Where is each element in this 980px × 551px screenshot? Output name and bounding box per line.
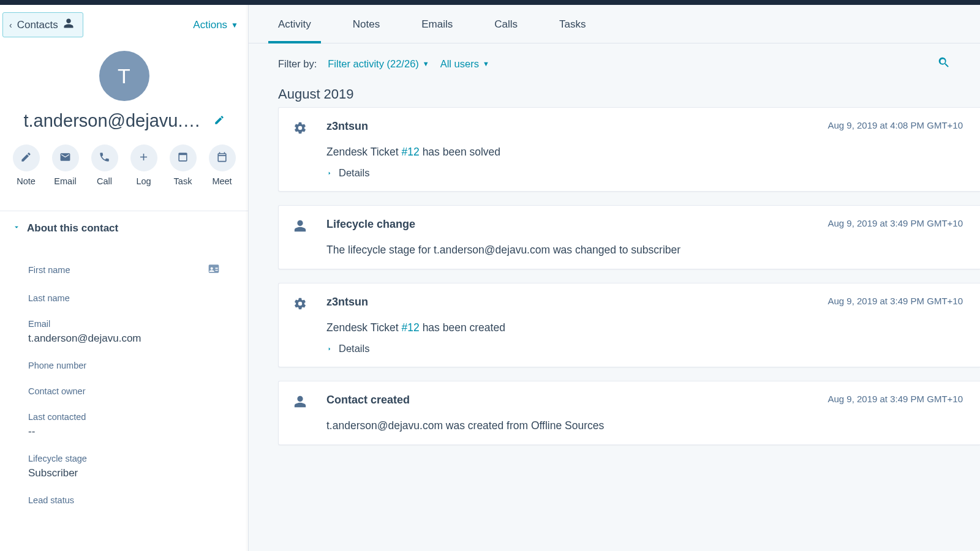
- qa-email-label: Email: [54, 176, 76, 186]
- last-name-label: Last name: [28, 293, 220, 303]
- tab-tasks[interactable]: Tasks: [559, 5, 586, 43]
- qa-call-label: Call: [97, 176, 112, 186]
- last-contacted-label: Last contacted: [28, 412, 220, 422]
- avatar-initial: T: [118, 64, 130, 88]
- owner-label: Contact owner: [28, 386, 220, 396]
- person-icon: [293, 218, 315, 235]
- actions-label: Actions: [193, 19, 227, 31]
- qa-log-button[interactable]: Log: [130, 144, 157, 186]
- filter-label: Filter by:: [278, 58, 317, 70]
- qa-log-label: Log: [136, 176, 151, 186]
- activity-card: z3ntsunAug 9, 2019 at 3:49 PM GMT+10Zend…: [278, 283, 980, 367]
- contact-sidebar: ‹ Contacts Actions ▼ T t.anderson@dejavu…: [0, 5, 249, 551]
- qa-email-button[interactable]: Email: [52, 144, 79, 186]
- lifecycle-value: Subscriber: [28, 467, 220, 479]
- avatar: T: [99, 51, 149, 101]
- field-phone[interactable]: Phone number: [28, 361, 220, 370]
- activity-card-timestamp: Aug 9, 2019 at 4:08 PM GMT+10: [827, 120, 963, 130]
- details-label: Details: [339, 343, 369, 354]
- note-icon: [20, 151, 32, 165]
- activity-card-title: Lifecycle change: [326, 218, 816, 231]
- search-button[interactable]: [937, 56, 951, 72]
- activity-card-body: The lifecycle stage for t.anderson@dejav…: [326, 244, 963, 257]
- tab-emails[interactable]: Emails: [421, 5, 453, 43]
- field-lifecycle[interactable]: Lifecycle stage Subscriber: [28, 454, 220, 479]
- activity-card-body: t.anderson@dejavu.com was created from O…: [326, 419, 963, 432]
- actions-dropdown[interactable]: Actions ▼: [193, 19, 238, 31]
- activity-card-title: z3ntsun: [326, 120, 816, 133]
- about-section-toggle[interactable]: About this contact: [0, 211, 248, 238]
- field-owner[interactable]: Contact owner: [28, 386, 220, 396]
- qa-task-button[interactable]: Task: [170, 144, 197, 186]
- plus-icon: [138, 151, 149, 165]
- app-root: ‹ Contacts Actions ▼ T t.anderson@dejavu…: [0, 5, 980, 551]
- field-email[interactable]: Email t.anderson@dejavu.com: [28, 319, 220, 345]
- lifecycle-label: Lifecycle stage: [28, 454, 220, 463]
- first-name-label: First name: [28, 265, 70, 275]
- tab-calls[interactable]: Calls: [494, 5, 518, 43]
- email-icon: [59, 151, 71, 165]
- edit-name-button[interactable]: [214, 114, 225, 128]
- main-panel: Activity Notes Emails Calls Tasks Filter…: [249, 5, 980, 551]
- calendar-icon: [216, 151, 228, 165]
- details-toggle[interactable]: Details: [326, 167, 963, 179]
- back-label: Contacts: [17, 19, 58, 31]
- qa-meet-button[interactable]: Meet: [209, 144, 236, 186]
- last-contacted-value: --: [28, 425, 220, 438]
- qa-note-label: Note: [17, 176, 36, 186]
- qa-meet-label: Meet: [212, 176, 232, 186]
- phone-label: Phone number: [28, 361, 220, 370]
- activity-card-body: Zendesk Ticket #12 has been created: [326, 321, 963, 334]
- about-section-title: About this contact: [27, 222, 118, 234]
- filter-activity-dropdown[interactable]: Filter activity (22/26) ▼: [328, 58, 429, 70]
- field-first-name[interactable]: First name: [28, 263, 220, 277]
- gear-icon: [293, 296, 315, 313]
- app-topbar: [0, 0, 980, 5]
- record-tabs: Activity Notes Emails Calls Tasks: [249, 5, 980, 43]
- back-to-contacts-button[interactable]: ‹ Contacts: [2, 12, 83, 37]
- quick-actions: Note Email Call Log Task: [10, 144, 238, 200]
- chevron-down-icon: [12, 223, 21, 234]
- tab-activity[interactable]: Activity: [278, 5, 311, 43]
- ticket-link[interactable]: #12: [402, 321, 420, 334]
- activity-card: Contact createdAug 9, 2019 at 3:49 PM GM…: [278, 381, 980, 445]
- email-value: t.anderson@dejavu.com: [28, 332, 220, 345]
- chevron-left-icon: ‹: [9, 20, 12, 30]
- qa-note-button[interactable]: Note: [13, 144, 40, 186]
- field-lead-status[interactable]: Lead status: [28, 495, 220, 505]
- activity-card-body: Zendesk Ticket #12 has been solved: [326, 146, 963, 159]
- qa-call-button[interactable]: Call: [91, 144, 118, 186]
- filter-users-dropdown[interactable]: All users ▼: [440, 58, 489, 70]
- call-icon: [99, 151, 110, 165]
- caret-down-icon: ▼: [483, 60, 489, 67]
- month-heading: August 2019: [249, 78, 980, 107]
- details-toggle[interactable]: Details: [326, 343, 963, 354]
- email-label: Email: [28, 319, 220, 329]
- activity-card-title: Contact created: [326, 394, 816, 407]
- caret-down-icon: ▼: [231, 21, 238, 29]
- contact-card-icon[interactable]: [208, 263, 220, 277]
- tab-notes[interactable]: Notes: [353, 5, 380, 43]
- qa-task-label: Task: [174, 176, 192, 186]
- activity-card-timestamp: Aug 9, 2019 at 3:49 PM GMT+10: [827, 296, 963, 306]
- filter-bar: Filter by: Filter activity (22/26) ▼ All…: [249, 43, 980, 78]
- activity-card: z3ntsunAug 9, 2019 at 4:08 PM GMT+10Zend…: [278, 107, 980, 192]
- activity-cards: z3ntsunAug 9, 2019 at 4:08 PM GMT+10Zend…: [249, 107, 980, 460]
- contact-icon: [63, 18, 74, 32]
- caret-down-icon: ▼: [423, 60, 429, 67]
- gear-icon: [293, 120, 315, 137]
- about-fields: First name Last name Email t.anderson@de…: [0, 238, 248, 505]
- activity-card: Lifecycle changeAug 9, 2019 at 3:49 PM G…: [278, 205, 980, 269]
- activity-card-timestamp: Aug 9, 2019 at 3:49 PM GMT+10: [827, 394, 963, 404]
- contact-display-name: t.anderson@dejavu.c…: [24, 111, 208, 131]
- contact-profile: T t.anderson@dejavu.c… Note Email: [0, 37, 248, 211]
- activity-card-title: z3ntsun: [326, 296, 816, 309]
- activity-card-timestamp: Aug 9, 2019 at 3:49 PM GMT+10: [827, 218, 963, 228]
- person-icon: [293, 394, 315, 411]
- field-last-name[interactable]: Last name: [28, 293, 220, 303]
- details-label: Details: [339, 167, 369, 179]
- lead-status-label: Lead status: [28, 495, 220, 505]
- task-icon: [177, 151, 189, 165]
- ticket-link[interactable]: #12: [402, 146, 420, 158]
- filter-users-text: All users: [440, 58, 479, 70]
